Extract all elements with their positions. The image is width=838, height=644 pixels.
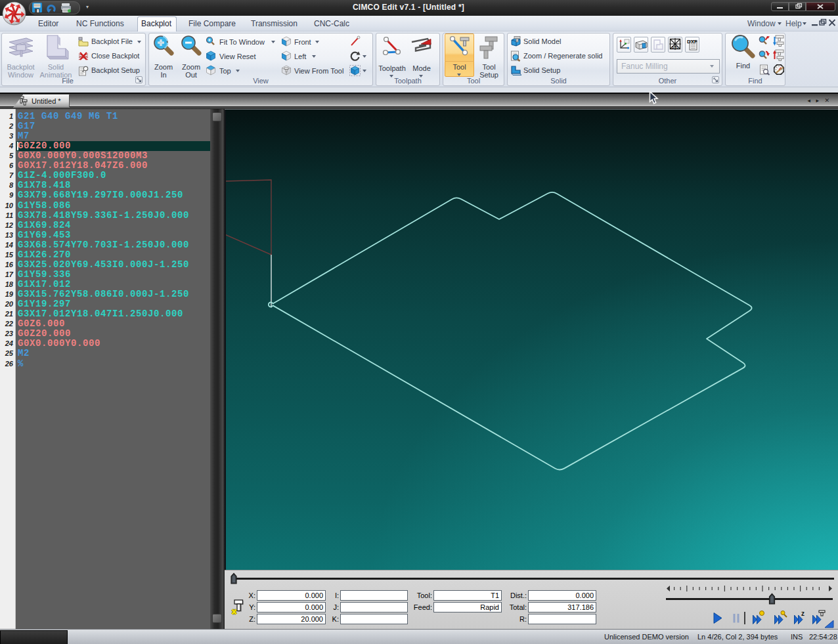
svg-text:DXF: DXF xyxy=(687,39,697,45)
svg-text:STL: STL xyxy=(672,45,679,49)
svg-text:z: z xyxy=(801,610,805,617)
